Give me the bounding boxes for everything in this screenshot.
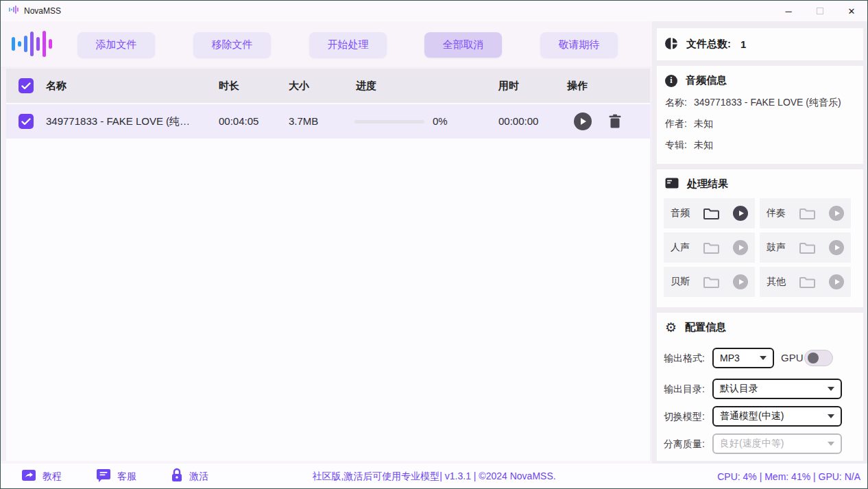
maximize-button[interactable] <box>804 1 836 21</box>
output-dir-select[interactable]: 默认目录 <box>712 379 842 399</box>
play-icon[interactable] <box>829 206 844 221</box>
minimize-button[interactable]: ─ <box>773 1 804 21</box>
system-stats: CPU: 4% | Mem: 41% | GPU: N/A <box>717 471 860 482</box>
audio-album-label: 专辑: <box>665 139 687 152</box>
gpu-toggle[interactable] <box>804 350 833 366</box>
output-dir-label: 输出目录: <box>664 383 705 396</box>
result-other: 其他 <box>760 267 851 297</box>
file-table: 名称 时长 大小 进度 用时 操作 349771833 - FAKE LOVE … <box>6 69 650 461</box>
folder-icon[interactable] <box>799 276 815 289</box>
audio-info-title: 音频信息 <box>686 74 727 87</box>
header-duration: 时长 <box>219 69 239 103</box>
result-audio: 音频 <box>664 198 755 228</box>
row-checkbox[interactable] <box>19 114 34 129</box>
progress-bar <box>354 120 424 123</box>
toggle-knob <box>808 353 819 363</box>
remove-files-button[interactable]: 移除文件 <box>193 32 271 58</box>
play-icon[interactable] <box>733 206 748 221</box>
row-actions <box>574 112 622 130</box>
file-count-card: 文件总数: 1 <box>657 28 863 60</box>
select-all-checkbox[interactable] <box>19 78 34 93</box>
gear-icon: ⚙ <box>665 321 677 334</box>
result-drums: 鼓声 <box>760 232 851 263</box>
result-bass: 贝斯 <box>664 267 755 297</box>
toolbar: 添加文件 移除文件 开始处理 全部取消 敬请期待 <box>1 21 652 67</box>
audio-name-label: 名称: <box>665 97 687 109</box>
status-bar: 教程 客服 激活 社区版,激活后可使用专业模型| v1.3.1 | ©2024 … <box>1 464 867 489</box>
quality-value: 良好(速度中等) <box>720 438 784 450</box>
result-vocals: 人声 <box>664 232 755 263</box>
pie-chart-icon <box>665 37 678 52</box>
play-icon[interactable] <box>829 240 844 255</box>
folder-icon[interactable] <box>799 207 815 220</box>
folder-icon[interactable] <box>799 241 815 254</box>
folder-icon[interactable] <box>703 276 719 289</box>
add-files-button[interactable]: 添加文件 <box>77 32 155 58</box>
audio-artist-label: 作者: <box>665 118 687 130</box>
app-logo-small-icon <box>9 5 20 17</box>
play-icon[interactable] <box>733 240 748 255</box>
info-icon: i <box>665 75 677 87</box>
output-format-value: MP3 <box>720 353 740 363</box>
config-title: 配置信息 <box>685 321 726 334</box>
header-name: 名称 <box>46 69 67 103</box>
progress-percent: 0% <box>433 104 448 139</box>
output-format-select[interactable]: MP3 <box>712 348 774 368</box>
quality-label: 分离质量: <box>664 438 705 451</box>
tutorial-icon <box>21 468 36 485</box>
row-size: 3.7MB <box>289 104 318 139</box>
audio-info-card: i 音频信息 名称: 349771833 - FAKE LOVE (纯音乐) 作… <box>657 66 863 164</box>
gpu-label: GPU <box>781 352 804 363</box>
table-header-row: 名称 时长 大小 进度 用时 操作 <box>6 69 650 103</box>
quality-select: 良好(速度中等) <box>712 433 842 454</box>
chevron-down-icon <box>760 356 767 360</box>
audio-artist-value: 未知 <box>694 118 713 130</box>
output-format-label: 输出格式: <box>664 353 705 365</box>
tutorial-label: 教程 <box>43 470 62 483</box>
header-elapsed: 用时 <box>498 69 519 103</box>
tutorial-link[interactable]: 教程 <box>21 468 62 485</box>
folder-icon[interactable] <box>703 207 719 220</box>
start-processing-button[interactable]: 开始处理 <box>309 32 387 58</box>
results-card-icon <box>665 178 679 191</box>
trash-icon[interactable] <box>608 114 622 129</box>
chevron-down-icon <box>828 414 834 418</box>
play-icon[interactable] <box>829 274 844 289</box>
row-elapsed: 00:00:00 <box>498 104 538 139</box>
output-dir-value: 默认目录 <box>720 383 758 395</box>
chat-bubble-icon <box>96 468 111 485</box>
header-actions: 操作 <box>567 69 588 103</box>
row-duration: 00:04:05 <box>219 104 258 139</box>
support-link[interactable]: 客服 <box>96 468 136 485</box>
header-size: 大小 <box>289 69 309 103</box>
result-other-label: 其他 <box>767 276 786 288</box>
audio-album-value: 未知 <box>694 139 713 152</box>
chevron-down-icon <box>828 387 834 391</box>
result-drums-label: 鼓声 <box>767 241 786 254</box>
activate-label: 激活 <box>189 470 208 483</box>
audio-name-value: 349771833 - FAKE LOVE (纯音乐) <box>694 97 841 109</box>
file-count-label: 文件总数: <box>686 38 731 51</box>
model-select[interactable]: 普通模型(中速) <box>712 406 842 427</box>
lock-icon <box>171 468 183 485</box>
app-logo-waveform-icon <box>10 28 54 62</box>
cancel-all-button[interactable]: 全部取消 <box>424 32 502 58</box>
table-row[interactable]: 349771833 - FAKE LOVE (纯… 00:04:05 3.7MB… <box>6 104 650 139</box>
maximize-icon <box>817 8 823 14</box>
title-bar: NovaMSS ─ ✕ <box>1 1 867 21</box>
close-button[interactable]: ✕ <box>836 1 867 21</box>
activate-link[interactable]: 激活 <box>171 468 208 485</box>
model-label: 切换模型: <box>664 411 705 423</box>
result-accompaniment-label: 伴奏 <box>767 207 786 219</box>
folder-icon[interactable] <box>703 241 719 254</box>
coming-soon-button[interactable]: 敬请期待 <box>540 32 618 58</box>
window-title: NovaMSS <box>24 6 61 16</box>
result-bass-label: 贝斯 <box>671 276 690 288</box>
support-label: 客服 <box>117 470 136 483</box>
header-progress: 进度 <box>356 69 376 103</box>
result-accompaniment: 伴奏 <box>760 198 851 228</box>
play-icon[interactable] <box>733 274 748 289</box>
chevron-down-icon <box>828 442 834 446</box>
result-audio-label: 音频 <box>671 207 690 219</box>
play-icon[interactable] <box>574 112 592 130</box>
